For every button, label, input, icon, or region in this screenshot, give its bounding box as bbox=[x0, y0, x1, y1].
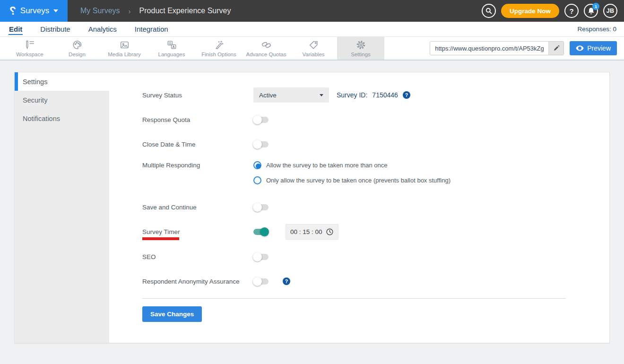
search-icon bbox=[485, 7, 493, 15]
save-continue-row: Save and Continue bbox=[142, 199, 566, 215]
save-continue-label: Save and Continue bbox=[142, 204, 253, 211]
survey-status-label: Survey Status bbox=[142, 92, 253, 99]
toolbar-item-languages[interactable]: Languages bbox=[148, 37, 195, 60]
tab-distribute[interactable]: Distribute bbox=[40, 23, 70, 35]
save-continue-toggle[interactable] bbox=[253, 204, 269, 210]
variables-tag-icon bbox=[308, 40, 319, 50]
user-avatar[interactable]: JB bbox=[603, 4, 617, 18]
toolbar-item-variables[interactable]: Variables bbox=[290, 37, 337, 60]
sidebar-item-security[interactable]: Security bbox=[15, 91, 109, 109]
settings-sidebar: Settings Security Notifications bbox=[15, 72, 109, 343]
radio-only-once[interactable]: Only allow the survey to be taken once (… bbox=[253, 176, 451, 184]
avatar-initials: JB bbox=[607, 8, 615, 14]
pencil-icon bbox=[553, 45, 560, 52]
survey-status-row: Survey Status Active Survey ID: 7150446 … bbox=[142, 87, 566, 103]
radio-unselected-icon bbox=[253, 176, 261, 184]
toolbar-item-workspace[interactable]: Workspace bbox=[6, 37, 53, 60]
anonymity-help-icon[interactable]: ? bbox=[283, 277, 290, 285]
edit-url-button[interactable] bbox=[548, 42, 563, 55]
survey-timer-label: Survey Timer bbox=[142, 228, 253, 235]
chevron-down-icon bbox=[320, 94, 323, 96]
help-button[interactable]: ? bbox=[564, 4, 579, 18]
notification-count-badge: 1 bbox=[592, 3, 599, 10]
sidebar-item-notifications[interactable]: Notifications bbox=[15, 109, 109, 128]
survey-url-input[interactable] bbox=[430, 42, 548, 55]
settings-card: Settings Security Notifications Survey S… bbox=[14, 72, 610, 343]
breadcrumb-separator: › bbox=[129, 7, 131, 15]
survey-status-select[interactable]: Active bbox=[253, 87, 329, 103]
notifications-button[interactable]: 1 bbox=[584, 4, 598, 18]
eye-icon bbox=[576, 45, 584, 51]
chevron-down-icon bbox=[53, 9, 58, 12]
survey-timer-toggle[interactable] bbox=[253, 229, 269, 235]
response-quota-label: Response Quota bbox=[142, 116, 253, 123]
response-quota-toggle[interactable] bbox=[253, 117, 269, 123]
survey-timer-input[interactable]: 00 : 15 : 00 bbox=[286, 224, 338, 240]
advance-quotas-link-icon bbox=[261, 40, 272, 50]
tab-integration[interactable]: Integration bbox=[134, 23, 169, 35]
media-library-icon bbox=[119, 40, 130, 50]
seo-toggle[interactable] bbox=[253, 254, 269, 260]
responses-count: Responses: 0 bbox=[577, 26, 616, 33]
radio-allow-multiple[interactable]: Allow the survey to be taken more than o… bbox=[253, 161, 451, 169]
edit-toolbar: Workspace Design Media Library Languages bbox=[0, 37, 624, 61]
preview-button[interactable]: Preview bbox=[570, 41, 617, 55]
survey-id-label: Survey ID: bbox=[337, 91, 367, 99]
tab-analytics[interactable]: Analytics bbox=[88, 23, 117, 35]
finish-options-wand-icon bbox=[214, 40, 225, 50]
toolbar-item-settings[interactable]: Settings bbox=[337, 37, 384, 60]
workspace-icon bbox=[25, 40, 35, 50]
survey-url-box bbox=[430, 41, 564, 55]
preview-label: Preview bbox=[587, 44, 611, 52]
top-header: ? Surveys My Surveys › Product Experienc… bbox=[0, 0, 624, 22]
toolbar-item-design[interactable]: Design bbox=[53, 37, 101, 60]
multiple-responding-label: Multiple Responding bbox=[142, 161, 253, 169]
settings-form: Survey Status Active Survey ID: 7150446 … bbox=[109, 72, 609, 343]
toolbar-item-advance-quotas[interactable]: Advance Quotas bbox=[243, 37, 290, 60]
toolbar-item-media-library[interactable]: Media Library bbox=[101, 37, 148, 60]
section-tabbar: Edit Distribute Analytics Integration Re… bbox=[0, 22, 624, 37]
close-date-row: Close Date & Time bbox=[142, 137, 566, 152]
toolbar-item-finish-options[interactable]: Finish Options bbox=[195, 37, 243, 60]
app-switcher[interactable]: ? Surveys bbox=[0, 0, 68, 22]
toolbar-right-group: Preview bbox=[430, 37, 624, 60]
anonymity-toggle[interactable] bbox=[253, 278, 269, 285]
close-date-label: Close Date & Time bbox=[142, 141, 253, 148]
breadcrumb: My Surveys › Product Experience Survey bbox=[80, 7, 231, 15]
radio-selected-icon bbox=[253, 161, 261, 169]
response-quota-row: Response Quota bbox=[142, 112, 566, 127]
settings-gear-icon bbox=[355, 40, 366, 50]
main-content: Settings Security Notifications Survey S… bbox=[0, 61, 624, 343]
header-actions: Upgrade Now ? 1 JB bbox=[482, 4, 624, 18]
question-mark-icon: ? bbox=[569, 7, 573, 15]
design-palette-icon bbox=[72, 40, 83, 50]
seo-label: SEO bbox=[142, 253, 253, 260]
form-divider bbox=[142, 298, 566, 299]
anonymity-label: Respondent Anonymity Assurance bbox=[142, 278, 253, 285]
sidebar-item-settings[interactable]: Settings bbox=[15, 72, 109, 91]
upgrade-now-button[interactable]: Upgrade Now bbox=[501, 4, 559, 18]
languages-icon bbox=[166, 40, 177, 50]
page-title: Product Experience Survey bbox=[139, 7, 231, 15]
survey-timer-row: Survey Timer 00 : 15 : 00 bbox=[142, 224, 566, 240]
breadcrumb-my-surveys[interactable]: My Surveys bbox=[80, 7, 120, 15]
multiple-responding-row: Multiple Responding Allow the survey to … bbox=[142, 161, 566, 184]
close-date-toggle[interactable] bbox=[253, 141, 269, 147]
clock-icon bbox=[326, 228, 334, 236]
survey-status-value: Active bbox=[259, 92, 277, 99]
survey-id-help-icon[interactable]: ? bbox=[403, 91, 410, 99]
questionpro-logo-icon: ? bbox=[9, 6, 16, 17]
red-annotation-underline bbox=[142, 237, 179, 240]
survey-id-group: Survey ID: 7150446 ? bbox=[337, 91, 410, 99]
survey-timer-value: 00 : 15 : 00 bbox=[290, 228, 322, 235]
save-changes-button[interactable]: Save Changes bbox=[142, 306, 202, 322]
app-label: Surveys bbox=[20, 6, 49, 16]
multiple-responding-options: Allow the survey to be taken more than o… bbox=[253, 161, 451, 184]
survey-id-value: 7150446 bbox=[372, 91, 398, 99]
tab-edit[interactable]: Edit bbox=[9, 23, 23, 35]
seo-row: SEO bbox=[142, 249, 566, 264]
anonymity-row: Respondent Anonymity Assurance ? bbox=[142, 274, 566, 289]
search-button[interactable] bbox=[482, 4, 496, 18]
